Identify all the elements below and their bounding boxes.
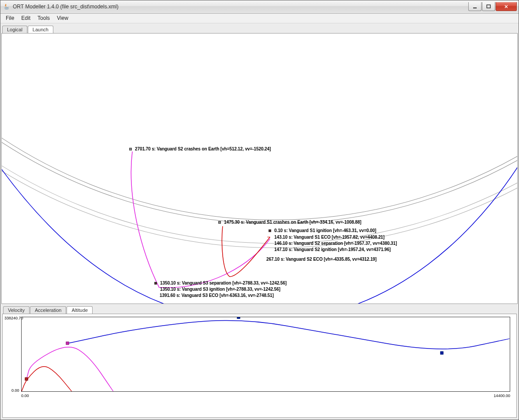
y-max-label: 338240.70 (4, 316, 23, 320)
maximize-button[interactable] (482, 2, 495, 11)
content-area: Logical Launch (0, 23, 519, 420)
titlebar[interactable]: ORT Modeller 1.4.0 (file src_dist\models… (0, 0, 519, 14)
event-label: 0.10 s: Vanguard S1 ignition [vh=-463.31… (274, 228, 376, 233)
event-label: 1391.60 s: Vanguard S3 ECO [vh=-6363.16,… (160, 293, 274, 298)
event-marker[interactable] (154, 282, 157, 285)
chart-point[interactable] (66, 341, 69, 345)
menu-tools[interactable]: Tools (34, 14, 53, 22)
x-min-label: 0.00 (21, 394, 29, 398)
trajectory-canvas (2, 34, 517, 304)
menu-file[interactable]: File (2, 14, 18, 22)
main-tabs: Logical Launch (2, 24, 518, 33)
event-marker[interactable] (218, 221, 221, 224)
tab-launch[interactable]: Launch (28, 26, 53, 33)
event-marker[interactable] (129, 148, 132, 150)
event-label: 267.10 s: Vanguard S2 ECO [vh=-4335.85, … (266, 257, 377, 262)
lower-pane: Velocity Acceleration Altitude 338240.70… (1, 304, 518, 419)
event-label: 1350.10 s: Vanguard S3 ignition [vh=-278… (160, 287, 280, 292)
close-button[interactable] (496, 2, 517, 11)
chart-point[interactable] (237, 317, 240, 319)
menubar: File Edit Tools View (0, 14, 519, 23)
chart-point[interactable] (441, 352, 444, 355)
altitude-chart[interactable] (21, 317, 510, 392)
event-label: 1475.30 s: Vanguard S1 crashes on Earth … (224, 220, 361, 225)
window-buttons (468, 2, 517, 11)
svg-rect-0 (473, 8, 477, 8)
x-max-label: 14400.00 (493, 394, 510, 398)
chart-point[interactable] (25, 378, 28, 381)
java-icon (3, 3, 10, 10)
menu-view[interactable]: View (53, 14, 72, 22)
minimize-button[interactable] (468, 2, 482, 11)
lower-tabs: Velocity Acceleration Altitude (3, 305, 517, 314)
svg-rect-1 (487, 5, 490, 8)
event-label: 146.10 s: Vanguard S2 separation [vh=-19… (274, 241, 397, 246)
tab-logical[interactable]: Logical (2, 26, 27, 33)
window-frame: ORT Modeller 1.4.0 (file src_dist\models… (0, 0, 519, 420)
trajectory-panel[interactable]: 2701.70 s: Vanguard S2 crashes on Earth … (1, 33, 518, 304)
event-label: 143.10 s: Vanguard S1 ECO [vh=-1957.82, … (274, 235, 385, 240)
event-marker[interactable] (269, 229, 271, 232)
tab-acceleration[interactable]: Acceleration (30, 306, 67, 314)
event-label: 1350.10 s: Vanguard S3 separation [vh=-2… (160, 281, 287, 285)
event-label: 2701.70 s: Vanguard S2 crashes on Earth … (135, 146, 271, 151)
y-min-label: 0.00 (11, 388, 19, 393)
svg-point-2 (2, 34, 517, 220)
altitude-chart-panel: 338240.70 0.00 0.00 14400.00 (2, 314, 517, 418)
menu-edit[interactable]: Edit (18, 14, 34, 22)
tab-velocity[interactable]: Velocity (3, 306, 30, 314)
svg-point-3 (2, 34, 517, 224)
event-label: 147.10 s: Vanguard S2 ignition [vh=-1957… (274, 247, 391, 252)
svg-point-5 (2, 34, 517, 248)
tab-altitude[interactable]: Altitude (67, 306, 93, 314)
window-title: ORT Modeller 1.4.0 (file src_dist\models… (13, 4, 468, 10)
svg-point-4 (2, 34, 517, 244)
